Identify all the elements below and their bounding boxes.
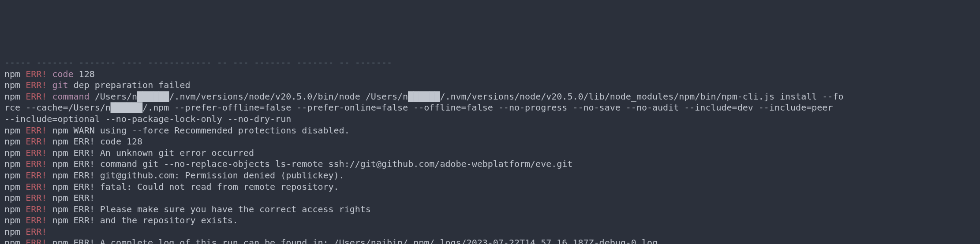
terminal-output[interactable]: ----- ------- ------- ---- ------------ … [0, 56, 980, 244]
terminal-text-span: command [52, 91, 89, 102]
terminal-line: npm ERR! git dep preparation failed [4, 80, 976, 91]
terminal-text-span: npm ERR! and the repository exists. [47, 215, 238, 226]
terminal-text-span: npm ERR! fatal: Could not read from remo… [47, 181, 339, 192]
terminal-text-span: npm ERR! [47, 192, 94, 203]
terminal-line: npm ERR! npm ERR! git@github.com: Permis… [4, 170, 976, 181]
terminal-text-span [47, 69, 52, 79]
terminal-line: npm ERR! npm WARN using --force Recommen… [4, 125, 976, 137]
terminal-text-span: ----- ------- ------- ---- ------------ … [4, 57, 392, 68]
terminal-line: npm ERR! [4, 226, 976, 238]
terminal-text-span: 128 [74, 69, 95, 79]
terminal-text-span: ERR! [26, 192, 47, 203]
terminal-text-span: npm [4, 69, 26, 79]
terminal-text-span: ERR! [26, 136, 47, 147]
terminal-text-span: ERR! [26, 204, 47, 214]
terminal-text-span: ERR! [26, 170, 47, 181]
terminal-text-span: npm [4, 80, 26, 90]
terminal-text-span: npm [4, 181, 26, 192]
terminal-text-span: /Users/n██████/.nvm/versions/node/v20.5.… [90, 91, 844, 102]
terminal-line: npm ERR! code 128 [4, 69, 976, 80]
terminal-text-span: ERR! [26, 159, 47, 169]
terminal-line: --include=optional --no-package-lock-onl… [4, 114, 976, 125]
terminal-text-span: npm [4, 125, 26, 136]
terminal-text-span: npm [4, 136, 26, 147]
terminal-text-span: npm ERR! code 128 [47, 136, 142, 147]
terminal-line: npm ERR! npm ERR! An unknown git error o… [4, 148, 976, 159]
terminal-text-span [47, 80, 52, 90]
terminal-line: npm ERR! npm ERR! Please make sure you h… [4, 204, 976, 215]
terminal-text-span: npm [4, 192, 26, 203]
terminal-line: npm ERR! npm ERR! fatal: Could not read … [4, 181, 976, 193]
terminal-text-span: ERR! [26, 125, 47, 136]
terminal-text-span: ERR! [26, 91, 47, 102]
terminal-text-span: dep preparation failed [68, 80, 191, 90]
terminal-text-span: ERR! [26, 237, 47, 244]
terminal-line: npm ERR! npm ERR! code 128 [4, 136, 976, 148]
terminal-line: npm ERR! npm ERR! and the repository exi… [4, 215, 976, 226]
terminal-text-span: git [52, 80, 68, 90]
terminal-line: npm ERR! npm ERR! [4, 192, 976, 204]
terminal-text-span: npm [4, 170, 26, 181]
terminal-text-span: ERR! [26, 215, 47, 226]
terminal-text-span [47, 91, 52, 102]
terminal-line: npm ERR! npm ERR! command git --no-repla… [4, 159, 976, 170]
terminal-text-span: --include=optional --no-package-lock-onl… [4, 114, 291, 124]
terminal-text-span: ERR! [26, 148, 47, 158]
terminal-line: ----- ------- ------- ---- ------------ … [4, 57, 976, 69]
terminal-text-span: rce --cache=/Users/n██████/.npm --prefer… [4, 102, 838, 113]
terminal-text-span: npm ERR! A complete log of this run can … [47, 237, 658, 244]
terminal-text-span: npm [4, 215, 26, 226]
terminal-text-span: npm ERR! Please make sure you have the c… [47, 204, 371, 214]
terminal-text-span: npm ERR! git@github.com: Permission deni… [47, 170, 344, 181]
terminal-text-span: npm [4, 91, 26, 102]
terminal-text-span: ERR! [26, 80, 47, 90]
terminal-line: rce --cache=/Users/n██████/.npm --prefer… [4, 102, 976, 114]
terminal-text-span: npm [4, 148, 26, 158]
terminal-text-span: code [52, 69, 73, 79]
terminal-text-span: ERR! [26, 226, 47, 237]
terminal-line: npm ERR! command /Users/n██████/.nvm/ver… [4, 91, 976, 103]
terminal-text-span: npm ERR! An unknown git error occurred [47, 148, 254, 158]
terminal-text-span: ERR! [26, 181, 47, 192]
terminal-text-span: npm ERR! command git --no-replace-object… [47, 159, 572, 169]
terminal-text-span: npm WARN using --force Recommended prote… [47, 125, 349, 136]
terminal-text-span: npm [4, 204, 26, 214]
terminal-text-span: ERR! [26, 69, 47, 79]
terminal-text-span: npm [4, 237, 26, 244]
terminal-text-span: npm [4, 226, 26, 237]
terminal-line: npm ERR! npm ERR! A complete log of this… [4, 237, 976, 244]
terminal-text-span: npm [4, 159, 26, 169]
